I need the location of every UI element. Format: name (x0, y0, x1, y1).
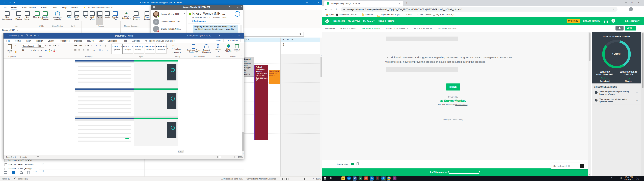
step-preview-score[interactable]: PREVIEW & SCORE (362, 28, 381, 30)
profile-avatar[interactable] (629, 7, 633, 11)
collapse-ribbon-icon[interactable]: ⌃ (241, 55, 242, 57)
calendar-groups-button[interactable]: Calendar Groups ▾ (132, 12, 141, 20)
add-participant-button[interactable]: ⚇ (234, 11, 240, 16)
undo-icon[interactable]: ↺ (10, 1, 12, 4)
next-7-days-button[interactable]: Next 7 Days (73, 12, 81, 20)
tab-close-icon[interactable]: × (399, 2, 400, 4)
forward-icon[interactable]: → (330, 8, 332, 10)
start-button[interactable] (324, 177, 325, 178)
new-meeting-button[interactable]: New Meeting (14, 12, 24, 20)
reading-view-icon[interactable] (286, 178, 288, 180)
tab-help[interactable]: Help (62, 6, 66, 9)
sync-icon[interactable]: ↻ (4, 1, 6, 4)
upgrade-button[interactable]: UPGRADE (567, 19, 580, 23)
styles-scroll-up-icon[interactable]: ▴ (167, 44, 168, 46)
maximize-button[interactable]: □ (632, 1, 632, 4)
saturday-day-number[interactable]: 2 (282, 43, 284, 46)
back-icon[interactable]: ← (325, 8, 327, 10)
taskbar-search-icon[interactable] (330, 177, 332, 179)
bookmark-star-icon[interactable]: ☆ (613, 8, 615, 10)
contact-row[interactable]: Knosp, Wendy (NIH/... ✕ (151, 11, 186, 18)
sidebar-scrollbar[interactable] (641, 32, 644, 176)
calendar-list-item[interactable]: Calendar - SPARC PM Title 42 (8, 164, 34, 166)
font-name-select[interactable]: Calibri (Body) ▾ (22, 44, 38, 48)
surveymonkey-wordmark[interactable]: SurveyMonkey (433, 99, 473, 102)
format-painter-icon[interactable] (14, 51, 16, 53)
new-tab-icon[interactable]: + (406, 1, 407, 4)
word-titlebar[interactable]: AutoSave Off ↺ ↻ ▾ Document2 - Word Faul… (4, 33, 244, 38)
chevron-down-icon[interactable]: › (636, 92, 639, 93)
bookmark-item[interactable]: Sofas (406, 14, 412, 16)
tasks-module-icon[interactable] (27, 171, 30, 174)
numbering-icon[interactable]: ≕▾ (79, 44, 82, 47)
one-question-format-icon[interactable] (573, 164, 577, 168)
schedule-meeting-button[interactable]: Schedule Meeting ▾ (40, 12, 50, 20)
chat-scrollbar[interactable]: ▲ (240, 25, 242, 33)
tab-layout[interactable]: Layout (48, 40, 54, 42)
font-color-icon[interactable]: A (54, 49, 55, 52)
copy-icon[interactable] (14, 48, 16, 50)
calendar-module-icon[interactable] (12, 171, 15, 174)
tab-home[interactable]: Home (15, 40, 21, 43)
style-heading2[interactable]: AaBbCcDHeading 2 (145, 44, 156, 54)
classic-format-icon[interactable] (580, 164, 584, 168)
align-left-icon[interactable]: ☰ (74, 49, 76, 51)
week-view-button[interactable]: Week (96, 12, 103, 18)
done-button[interactable]: DONE (446, 84, 460, 90)
participants-link[interactable]: 2 Participants (192, 20, 206, 22)
quick-access-more-icon[interactable]: ▾ (38, 34, 39, 36)
italic-button[interactable]: I (26, 49, 26, 52)
tab-mailings[interactable]: Mailings (74, 40, 82, 42)
font-size-select[interactable]: 11 ▾ (38, 44, 44, 48)
answer-input-q13[interactable] (386, 67, 458, 72)
tab-review[interactable]: Review (87, 40, 94, 42)
scrollbar-thumb[interactable] (642, 33, 644, 88)
zoom-in-icon[interactable]: + (313, 178, 314, 180)
calendar-search-box[interactable] (244, 32, 304, 36)
bookmark-item[interactable]: My eOPF: FAULK, K... (436, 14, 456, 16)
minimize-button[interactable]: — (306, 1, 308, 4)
zoom-slider-knob[interactable] (304, 178, 305, 180)
tray-people-icon[interactable] (606, 177, 607, 178)
underline-button[interactable]: U (29, 49, 30, 52)
webex-button[interactable]: + WebEx▾ (233, 44, 241, 53)
open-calendar-button[interactable]: +Open Calendar ▾ (122, 12, 131, 19)
change-case-icon[interactable]: Aa▾ (53, 44, 56, 47)
maximize-button[interactable]: □ (231, 34, 232, 37)
scroll-up-icon[interactable]: ▲ (240, 25, 242, 26)
appointment-telework[interactable]: telework am available email aulk@ma by n… (244, 58, 254, 76)
calendar-checkbox[interactable] (4, 168, 7, 170)
grow-font-icon[interactable]: A˄ (45, 44, 48, 47)
view-mode-icon[interactable] (282, 178, 284, 180)
redo-icon[interactable]: ↻ (34, 34, 36, 37)
share-button[interactable]: Share (213, 39, 224, 42)
day-view-button[interactable]: Day (82, 12, 88, 18)
text-effects-icon[interactable]: A (45, 49, 46, 52)
step-summary[interactable]: SUMMARY (325, 28, 335, 30)
bold-button[interactable]: B (22, 49, 24, 52)
bookmark-item[interactable]: Imported (366, 14, 373, 16)
zoom-out-icon[interactable]: − (294, 178, 295, 180)
web-layout-icon[interactable] (223, 156, 225, 158)
sort-icon[interactable]: A↓Z (100, 44, 103, 46)
more-modules-icon[interactable]: ••• (34, 170, 37, 173)
tab-insert[interactable]: Insert (26, 40, 31, 42)
shading-icon[interactable] (99, 49, 101, 51)
calendar-list-item[interactable]: Calendar - NIH-CF_SPARC (8, 159, 32, 161)
taskbar-outlook-icon[interactable]: O (370, 176, 374, 180)
multilevel-icon[interactable]: ⋮≡▾ (85, 44, 89, 47)
answer-input-partial[interactable] (386, 36, 458, 41)
justify-icon[interactable]: ☰ (87, 49, 89, 51)
read-mode-icon[interactable] (215, 156, 218, 158)
month-view-button[interactable]: Month (104, 12, 111, 18)
recommendation-item[interactable]: 2 Your survey has a lot of Matrix questi… (592, 97, 641, 104)
tab-home[interactable]: Home (11, 6, 17, 10)
chevron-down-icon[interactable]: › (636, 100, 639, 101)
select-button[interactable]: ☞ Select ▾ (172, 52, 180, 54)
people-module-icon[interactable] (20, 172, 23, 174)
step-present-results[interactable]: PRESENT RESULTS (438, 28, 457, 30)
create-survey-button[interactable]: CREATE SURVEY (582, 19, 602, 23)
maximize-button[interactable]: □ (237, 6, 238, 8)
appointment-federal-innovation-summit[interactable]: Federal Innovation Summit 1100 New York … (254, 65, 268, 140)
bookmark-item[interactable]: Apps (329, 14, 334, 16)
